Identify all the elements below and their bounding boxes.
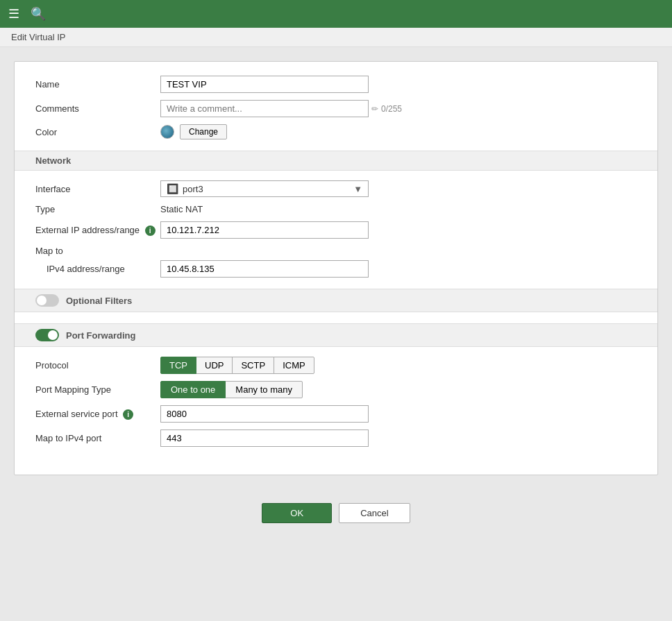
protocol-btn-group: TCP UDP SCTP ICMP	[160, 357, 637, 374]
optional-filters-toggle[interactable]	[35, 294, 59, 307]
map-to-ipv4-port-input[interactable]	[160, 429, 369, 447]
port-forwarding-knob	[48, 330, 58, 340]
name-label: Name	[35, 79, 160, 90]
color-label: Color	[35, 127, 160, 137]
port-mapping-type-label: Port Mapping Type	[35, 384, 160, 395]
menu-icon[interactable]: ☰	[8, 6, 19, 22]
external-ip-value	[160, 221, 637, 239]
interface-text: port3	[183, 184, 353, 194]
ipv4-label: IPv4 address/range	[47, 264, 160, 274]
protocol-buttons: TCP UDP SCTP ICMP	[160, 357, 637, 374]
chevron-down-icon: ▼	[353, 184, 362, 194]
port-forwarding-toggle[interactable]	[35, 329, 59, 341]
name-input[interactable]	[160, 76, 369, 93]
type-label: Type	[35, 204, 160, 214]
form-card: Name Comments ✏ 0/255 Color Change Netwo…	[14, 61, 658, 475]
ipv4-row: IPv4 address/range	[35, 260, 637, 278]
protocol-label: Protocol	[35, 360, 160, 371]
port-mapping-btn-group: One to one Many to many	[160, 381, 637, 398]
port-mapping-type-row: Port Mapping Type One to one Many to man…	[35, 381, 637, 398]
main-content: Name Comments ✏ 0/255 Color Change Netwo…	[0, 47, 672, 558]
ipv4-value	[160, 260, 637, 278]
interface-value: 🔲 port3 ▼	[160, 180, 637, 197]
port-mapping-one-to-one-button[interactable]: One to one	[160, 381, 226, 398]
type-row: Type Static NAT	[35, 204, 637, 214]
comment-counter: 0/255	[381, 104, 402, 114]
protocol-tcp-button[interactable]: TCP	[160, 357, 196, 374]
comments-row: Comments ✏ 0/255	[35, 100, 637, 117]
interface-row: Interface 🔲 port3 ▼	[35, 180, 637, 197]
external-ip-input[interactable]	[160, 221, 369, 239]
map-to-ipv4-port-row: Map to IPv4 port	[35, 429, 637, 447]
page-title: Edit Virtual IP	[11, 32, 66, 42]
color-row: Color Change	[35, 124, 637, 139]
port-forwarding-label: Port Forwarding	[66, 330, 135, 341]
external-service-port-row: External service port i	[35, 405, 637, 423]
map-to-ipv4-port-label: Map to IPv4 port	[35, 433, 160, 443]
port-mapping-many-to-many-button[interactable]: Many to many	[225, 381, 303, 398]
map-to-label: Map to	[35, 246, 637, 256]
ipv4-input[interactable]	[160, 260, 369, 278]
interface-select[interactable]: 🔲 port3 ▼	[160, 180, 369, 197]
bottom-actions: OK Cancel	[14, 503, 658, 544]
name-value	[160, 76, 637, 93]
type-value: Static NAT	[160, 204, 637, 214]
protocol-icmp-button[interactable]: ICMP	[274, 357, 314, 374]
external-service-port-input[interactable]	[160, 405, 369, 423]
top-bar: ☰ 🔍	[0, 0, 672, 28]
comments-input[interactable]	[160, 100, 369, 117]
external-service-port-label: External service port i	[35, 409, 160, 420]
name-row: Name	[35, 76, 637, 93]
comments-label: Comments	[35, 103, 160, 114]
comments-value: ✏ 0/255	[160, 100, 637, 117]
interface-icon: 🔲	[167, 183, 178, 194]
color-change-button[interactable]: Change	[180, 124, 227, 139]
optional-filters-knob	[37, 296, 47, 305]
protocol-udp-button[interactable]: UDP	[196, 357, 233, 374]
optional-filters-slider	[35, 294, 59, 307]
network-section-header: Network	[15, 151, 657, 171]
optional-filters-section: Optional Filters	[15, 289, 657, 312]
external-service-port-value	[160, 405, 637, 423]
breadcrumb: Edit Virtual IP	[0, 28, 672, 47]
protocol-row: Protocol TCP UDP SCTP ICMP	[35, 357, 637, 374]
port-forwarding-slider	[35, 329, 59, 341]
optional-filters-label: Optional Filters	[66, 296, 132, 306]
type-text: Static NAT	[160, 204, 203, 214]
color-value: Change	[160, 124, 637, 139]
cancel-button[interactable]: Cancel	[339, 503, 410, 523]
map-to-ipv4-port-value	[160, 429, 637, 447]
port-mapping-type-buttons: One to one Many to many	[160, 381, 637, 398]
external-ip-info-icon: i	[145, 226, 156, 236]
color-globe-icon	[160, 125, 174, 139]
search-icon[interactable]: 🔍	[31, 6, 46, 22]
ok-button[interactable]: OK	[262, 503, 332, 523]
external-ip-label: External IP address/range i	[35, 225, 160, 236]
port-forwarding-section: Port Forwarding	[15, 323, 657, 347]
external-ip-row: External IP address/range i	[35, 221, 637, 239]
interface-label: Interface	[35, 184, 160, 194]
external-service-port-info-icon: i	[123, 409, 133, 420]
protocol-sctp-button[interactable]: SCTP	[232, 357, 274, 374]
edit-icon: ✏	[371, 104, 378, 114]
